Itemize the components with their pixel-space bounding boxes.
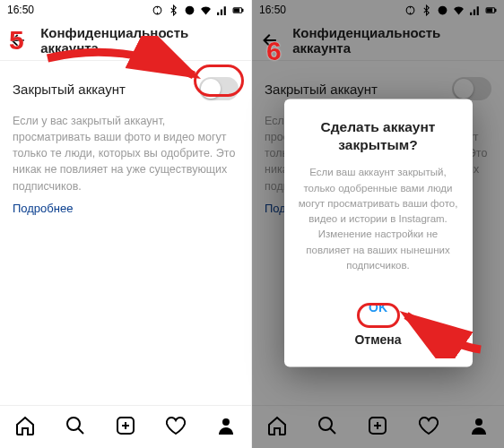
- toggle-knob: [454, 79, 474, 99]
- page-header: Конфиденциальность аккаунта: [252, 20, 504, 61]
- nav-add[interactable]: [115, 415, 136, 440]
- svg-point-7: [222, 418, 230, 426]
- profile-icon: [468, 415, 490, 436]
- privacy-description: Если у вас закрытый аккаунт, просматрива…: [13, 113, 239, 194]
- private-account-label: Закрытый аккаунт: [265, 82, 378, 97]
- vpn-icon: [437, 4, 448, 16]
- svg-point-15: [475, 418, 482, 426]
- svg-point-13: [319, 418, 332, 430]
- search-icon: [317, 415, 338, 436]
- svg-rect-11: [495, 9, 496, 11]
- vpn-icon: [184, 4, 196, 16]
- annotation-arrow-5: [43, 36, 204, 99]
- orientation-icon: [404, 4, 416, 16]
- dialog-body: Если ваш аккаунт закрытый, только одобре…: [299, 166, 458, 274]
- battery-icon: [232, 4, 244, 16]
- status-icons: [152, 4, 244, 16]
- search-icon: [65, 415, 86, 436]
- annotation-highlight-ok: [357, 303, 400, 328]
- page-title: Конфиденциальность аккаунта: [292, 25, 495, 56]
- svg-point-5: [67, 418, 80, 430]
- heart-icon: [165, 415, 187, 436]
- nav-search[interactable]: [65, 415, 86, 440]
- bottom-nav: [252, 405, 504, 448]
- profile-icon: [215, 415, 237, 436]
- learn-more-link[interactable]: Подробнее: [13, 202, 73, 215]
- home-icon: [266, 415, 288, 436]
- svg-rect-4: [234, 8, 239, 11]
- home-icon: [14, 415, 36, 436]
- svg-point-1: [186, 5, 195, 14]
- phone-screen-2: 16:50 Конфиденциальность аккаунта Закрыт…: [252, 0, 504, 448]
- svg-point-9: [439, 5, 448, 14]
- signal-icon: [469, 4, 481, 16]
- content-area: Закрытый аккаунт Если у вас закрытый акк…: [0, 61, 251, 405]
- dialog-title: Сделать аккаунт закрытым?: [299, 118, 458, 154]
- status-time: 16:50: [7, 4, 34, 16]
- add-icon: [115, 415, 136, 436]
- nav-activity[interactable]: [418, 415, 439, 440]
- svg-rect-3: [242, 9, 243, 11]
- nav-home[interactable]: [14, 415, 36, 440]
- nav-add[interactable]: [367, 415, 388, 440]
- wifi-icon: [200, 4, 212, 16]
- nav-home[interactable]: [266, 415, 288, 440]
- nav-profile[interactable]: [215, 415, 237, 440]
- signal-icon: [216, 4, 228, 16]
- private-account-toggle[interactable]: [452, 77, 491, 100]
- annotation-arrow-6: [395, 278, 494, 358]
- annotation-step-5: 5: [9, 25, 24, 56]
- status-bar: 16:50: [252, 0, 504, 20]
- bluetooth-icon: [421, 4, 432, 16]
- heart-icon: [418, 415, 439, 436]
- bluetooth-icon: [168, 4, 179, 16]
- orientation-icon: [152, 4, 163, 16]
- svg-rect-12: [487, 8, 491, 11]
- annotation-step-6: 6: [266, 36, 282, 66]
- nav-profile[interactable]: [468, 415, 490, 440]
- bottom-nav: [0, 405, 251, 448]
- wifi-icon: [453, 4, 465, 16]
- status-icons: [404, 4, 497, 16]
- battery-icon: [485, 4, 497, 16]
- add-icon: [367, 415, 388, 436]
- status-time: 16:50: [259, 4, 286, 16]
- nav-activity[interactable]: [165, 415, 187, 440]
- status-bar: 16:50: [0, 0, 251, 20]
- phone-screen-1: 16:50 Конфиденциальность аккаунта Закрыт…: [0, 0, 252, 448]
- nav-search[interactable]: [317, 415, 338, 440]
